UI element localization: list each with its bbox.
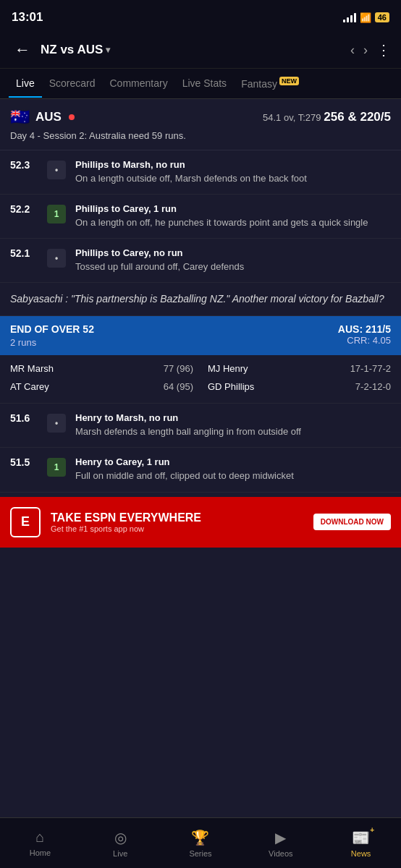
espn-download-button[interactable]: DOWNLOAD NOW bbox=[313, 514, 391, 530]
ball-detail: Full on middle and off, clipped out to d… bbox=[75, 469, 391, 482]
commentary-text: Henry to Marsh, no run Marsh defends a l… bbox=[75, 412, 391, 438]
over-number: 52.1 bbox=[10, 247, 38, 259]
score-info: 54.1 ov, T:279 256 & 220/5 bbox=[263, 110, 391, 124]
tab-commentary[interactable]: Commentary bbox=[103, 69, 175, 98]
match-status: Day 4 - Session 2: Australia need 59 run… bbox=[10, 130, 391, 141]
ball-description: Phillips to Marsh, no run bbox=[75, 159, 391, 170]
team-name: AUS bbox=[35, 110, 62, 124]
nav-videos-label: Videos bbox=[269, 849, 292, 858]
bowler-2-name: GD Phillips bbox=[208, 381, 254, 392]
header-nav: ‹ › ⋮ bbox=[350, 41, 391, 59]
overs-target: 54.1 ov, T:279 bbox=[263, 112, 321, 123]
app-header: ← NZ vs AUS ▾ ‹ › ⋮ bbox=[0, 32, 401, 69]
match-title: NZ vs AUS ▾ bbox=[41, 43, 345, 57]
quote-block: Sabyasachi : "This partnership is Bazbal… bbox=[0, 283, 401, 316]
wifi-icon: 📶 bbox=[360, 12, 371, 23]
tab-scorecard[interactable]: Scorecard bbox=[42, 69, 103, 98]
ball-badge-dot: • bbox=[47, 249, 66, 268]
ball-indicator: 1 bbox=[46, 456, 67, 477]
espn-title: TAKE ESPN EVERYWHERE bbox=[51, 511, 303, 524]
commentary-entry-52-1: 52.1 • Phillips to Carey, no run Tossed … bbox=[0, 239, 401, 283]
nav-next-button[interactable]: › bbox=[363, 43, 368, 58]
espn-banner[interactable]: E TAKE ESPN EVERYWHERE Get the #1 sports… bbox=[0, 497, 401, 548]
commentary-text: Phillips to Marsh, no run On a length ou… bbox=[75, 159, 391, 185]
ball-description: Phillips to Carey, no run bbox=[75, 247, 391, 258]
batsman-2-row: AT Carey 64 (95) bbox=[10, 379, 193, 394]
bowler-2-stats: 7-2-12-0 bbox=[355, 381, 391, 392]
team-flag: 🇦🇺 bbox=[10, 108, 30, 127]
commentary-entry-51-6: 51.6 • Henry to Marsh, no run Marsh defe… bbox=[0, 404, 401, 448]
over-summary-left: END OF OVER 52 2 runs bbox=[10, 323, 94, 348]
commentary-text: Phillips to Carey, no run Tossed up full… bbox=[75, 247, 391, 273]
espn-text: TAKE ESPN EVERYWHERE Get the #1 sports a… bbox=[51, 511, 303, 533]
live-indicator bbox=[69, 114, 75, 120]
ball-indicator: • bbox=[46, 247, 67, 268]
ball-detail: Marsh defends a length ball angling in f… bbox=[75, 425, 391, 438]
match-score-row: 🇦🇺 AUS 54.1 ov, T:279 256 & 220/5 bbox=[10, 108, 391, 127]
over-number: 52.2 bbox=[10, 203, 38, 215]
ball-detail: Tossed up full around off, Carey defends bbox=[75, 260, 391, 273]
tab-fantasy[interactable]: FantasyNEW bbox=[234, 69, 306, 98]
commentary-section: 52.3 • Phillips to Marsh, no run On a le… bbox=[0, 150, 401, 493]
videos-icon: ▶ bbox=[275, 829, 286, 846]
nav-live[interactable]: ◎ Live bbox=[80, 823, 161, 864]
new-badge: NEW bbox=[279, 77, 299, 85]
tab-live[interactable]: Live bbox=[9, 69, 42, 98]
over-end-title: END OF OVER 52 bbox=[10, 323, 94, 335]
over-runs: 2 runs bbox=[10, 337, 94, 348]
over-number: 51.6 bbox=[10, 412, 38, 424]
more-options-button[interactable]: ⋮ bbox=[376, 41, 391, 59]
commentary-text: Phillips to Carey, 1 run On a length on … bbox=[75, 203, 391, 229]
espn-logo: E bbox=[10, 507, 41, 537]
over-score: AUS: 211/5 bbox=[338, 323, 391, 335]
ball-badge-single: 1 bbox=[47, 205, 66, 224]
players-stats: MR Marsh 77 (96) MJ Henry 17-1-77-2 AT C… bbox=[0, 355, 401, 404]
commentary-entry-52-2: 52.2 1 Phillips to Carey, 1 run On a len… bbox=[0, 195, 401, 239]
news-icon: 📰 bbox=[352, 830, 370, 846]
quote-text: Sabyasachi : "This partnership is Bazbal… bbox=[10, 292, 391, 307]
nav-home[interactable]: ⌂ Home bbox=[0, 823, 80, 863]
bottom-nav: ⌂ Home ◎ Live 🏆 Series ▶ Videos 📰 + News bbox=[0, 817, 401, 868]
news-plus-badge: + bbox=[370, 826, 374, 834]
ball-badge-dot: • bbox=[47, 414, 66, 433]
bowler-1-name: MJ Henry bbox=[208, 363, 248, 374]
batsman-2-stats: 64 (95) bbox=[164, 381, 193, 392]
tab-livestats[interactable]: Live Stats bbox=[175, 69, 234, 98]
batsman-1-stats: 77 (96) bbox=[164, 363, 193, 374]
match-summary: 🇦🇺 AUS 54.1 ov, T:279 256 & 220/5 Day 4 … bbox=[0, 99, 401, 150]
battery-indicator: 46 bbox=[375, 12, 389, 22]
ball-detail: On a length on off, he punches it toward… bbox=[75, 216, 391, 229]
over-number: 51.5 bbox=[10, 456, 38, 468]
batsman-1-name: MR Marsh bbox=[10, 363, 54, 374]
commentary-text: Henry to Carey, 1 run Full on middle and… bbox=[75, 456, 391, 482]
bowler-1-stats: 17-1-77-2 bbox=[350, 363, 391, 374]
ball-indicator: 1 bbox=[46, 203, 67, 224]
status-time: 13:01 bbox=[12, 10, 43, 25]
nav-news[interactable]: 📰 + News bbox=[321, 823, 401, 864]
nav-videos[interactable]: ▶ Videos bbox=[240, 823, 321, 864]
status-bar: 13:01 📶 46 bbox=[0, 0, 401, 32]
bowler-2-row: GD Phillips 7-2-12-0 bbox=[208, 379, 391, 394]
chevron-down-icon[interactable]: ▾ bbox=[106, 45, 110, 55]
ball-description: Henry to Carey, 1 run bbox=[75, 456, 391, 467]
status-icons: 📶 46 bbox=[343, 12, 389, 23]
live-icon: ◎ bbox=[114, 829, 127, 846]
nav-home-label: Home bbox=[30, 848, 51, 857]
commentary-entry-52-3: 52.3 • Phillips to Marsh, no run On a le… bbox=[0, 150, 401, 195]
over-number: 52.3 bbox=[10, 159, 38, 171]
tab-bar: Live Scorecard Commentary Live Stats Fan… bbox=[0, 69, 401, 99]
batsman-1-row: MR Marsh 77 (96) bbox=[10, 361, 193, 376]
ball-detail: On a length outside off, Marsh defends o… bbox=[75, 172, 391, 185]
match-score: 256 & 220/5 bbox=[324, 110, 391, 124]
back-button[interactable]: ← bbox=[10, 39, 35, 61]
series-icon: 🏆 bbox=[191, 829, 209, 846]
nav-prev-button[interactable]: ‹ bbox=[350, 43, 355, 58]
ball-badge-single: 1 bbox=[47, 458, 66, 477]
match-title-text: NZ vs AUS bbox=[41, 43, 103, 57]
signal-icon bbox=[343, 12, 356, 22]
ball-indicator: • bbox=[46, 412, 67, 433]
nav-live-label: Live bbox=[113, 849, 127, 858]
nav-series[interactable]: 🏆 Series bbox=[161, 823, 241, 864]
over-summary-right: AUS: 211/5 CRR: 4.05 bbox=[338, 323, 391, 346]
nav-series-label: Series bbox=[189, 849, 211, 858]
